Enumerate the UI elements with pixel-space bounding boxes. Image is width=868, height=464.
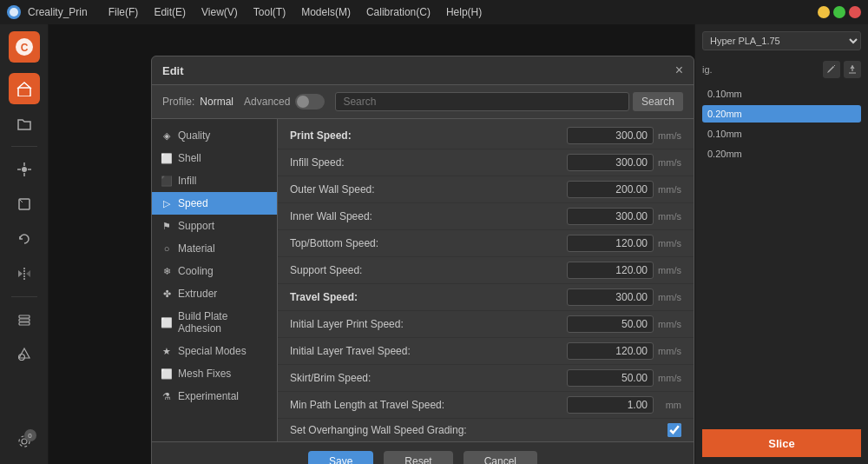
maximize-button[interactable]: □ <box>833 6 845 18</box>
setting-unit-3: mm/s <box>657 211 681 222</box>
sidebar-badge-dot: 0 <box>24 429 36 441</box>
sidebar-folder-btn[interactable] <box>9 108 40 139</box>
cat-label-speed: Speed <box>178 197 208 209</box>
setting-value-6: mm/s <box>567 288 681 306</box>
setting-unit-4: mm/s <box>657 238 681 249</box>
setting-input-6[interactable] <box>567 288 654 306</box>
close-button[interactable]: ✕ <box>849 6 861 18</box>
setting-unit-2: mm/s <box>657 184 681 195</box>
category-item-speed[interactable]: ▷Speed <box>152 192 277 215</box>
cat-label-shell: Shell <box>178 152 201 164</box>
sidebar-layers-btn[interactable] <box>9 304 40 335</box>
layer-item-2[interactable]: 0.10mm <box>702 125 861 143</box>
setting-row-4: Top/Bottom Speed:mm/s <box>278 230 694 257</box>
sidebar-shapes-btn[interactable] <box>9 339 40 370</box>
search-row: Search <box>335 92 683 111</box>
setting-input-2[interactable] <box>567 181 654 198</box>
app-body: C 0 <box>0 24 868 464</box>
sidebar-scale-btn[interactable] <box>9 189 40 220</box>
setting-input-10[interactable] <box>567 396 654 414</box>
category-item-special[interactable]: ★Special Modes <box>152 340 277 362</box>
save-button[interactable]: Save <box>308 451 373 464</box>
sidebar: C 0 <box>0 24 49 464</box>
sidebar-move-btn[interactable] <box>9 154 40 185</box>
setting-value-4: mm/s <box>567 235 681 252</box>
svg-point-0 <box>10 8 18 17</box>
sidebar-rotate-btn[interactable] <box>9 223 40 255</box>
setting-label-2: Outer Wall Speed: <box>290 183 567 196</box>
sidebar-mirror-btn[interactable] <box>9 258 40 289</box>
menu-models[interactable]: Models(M) <box>294 4 358 20</box>
category-item-build-plate[interactable]: ⬜Build Plate Adhesion <box>152 305 277 340</box>
settings-panel: Print Speed:mm/sInfill Speed:mm/sOuter W… <box>278 119 694 441</box>
category-item-shell[interactable]: ⬜Shell <box>152 147 277 169</box>
menu-tool[interactable]: Tool(T) <box>247 4 293 20</box>
menu-help[interactable]: Help(H) <box>439 4 489 20</box>
menu-bar: File(F) Edit(E) View(V) Tool(T) Models(M… <box>102 4 490 20</box>
sidebar-divider-2 <box>11 296 37 297</box>
menu-view[interactable]: View(V) <box>194 4 245 20</box>
setting-value-9: mm/s <box>567 369 681 387</box>
edit-icon-btn[interactable] <box>823 61 840 78</box>
modal-header: Edit × <box>152 56 694 85</box>
menu-edit[interactable]: Edit(E) <box>147 4 193 20</box>
menu-file[interactable]: File(F) <box>102 4 146 20</box>
category-list: ◈Quality⬜Shell⬛Infill▷Speed⚑Support○Mate… <box>152 119 278 441</box>
layer-item-3[interactable]: 0.20mm <box>702 145 861 162</box>
cat-icon-speed: ▷ <box>161 197 173 209</box>
svg-rect-16 <box>19 315 30 318</box>
category-item-infill[interactable]: ⬛Infill <box>152 169 277 192</box>
setting-input-8[interactable] <box>567 342 654 360</box>
filament-select[interactable]: Hyper PLA_1.75 <box>702 31 861 50</box>
category-item-experimental[interactable]: ⚗Experimental <box>152 385 277 408</box>
setting-label-3: Inner Wall Speed: <box>290 210 567 222</box>
export-icon-btn[interactable] <box>844 61 861 78</box>
category-item-cooling[interactable]: ❄Cooling <box>152 260 277 282</box>
minimize-button[interactable]: ─ <box>818 6 830 18</box>
category-item-extruder[interactable]: ✤Extruder <box>152 282 277 305</box>
setting-unit-6: mm/s <box>657 292 681 302</box>
search-input[interactable] <box>335 92 629 111</box>
setting-input-3[interactable] <box>567 208 654 225</box>
cat-icon-shell: ⬜ <box>161 152 173 164</box>
reset-button[interactable]: Reset <box>384 451 452 464</box>
setting-unit-8: mm/s <box>657 346 681 356</box>
category-item-quality[interactable]: ◈Quality <box>152 124 277 147</box>
cat-icon-special: ★ <box>161 345 173 357</box>
category-item-mesh-fixes[interactable]: ⬜Mesh Fixes <box>152 362 277 385</box>
profile-label: Profile: <box>162 96 194 108</box>
setting-input-5[interactable] <box>567 262 654 279</box>
modal-footer: Save Reset Cancel <box>152 441 694 464</box>
setting-row-0: Print Speed:mm/s <box>278 123 694 149</box>
svg-marker-13 <box>26 270 30 277</box>
svg-text:C: C <box>20 42 28 54</box>
svg-rect-14 <box>19 322 30 325</box>
slice-button[interactable]: Slice <box>702 429 861 457</box>
setting-input-9[interactable] <box>567 369 654 387</box>
profile-value: Normal <box>200 96 233 108</box>
sidebar-home-btn[interactable] <box>9 73 40 104</box>
profile-row: Profile: Normal <box>162 96 233 108</box>
setting-value-1: mm/s <box>567 154 681 171</box>
setting-unit-5: mm/s <box>657 265 681 275</box>
setting-checkbox-11[interactable] <box>667 423 681 437</box>
category-item-material[interactable]: ○Material <box>152 237 277 260</box>
setting-input-0[interactable] <box>567 127 654 144</box>
advanced-toggle: Advanced <box>244 94 325 109</box>
advanced-toggle-switch[interactable] <box>295 94 325 109</box>
sidebar-settings-btn[interactable]: 0 <box>9 426 40 457</box>
setting-row-1: Infill Speed:mm/s <box>278 149 694 176</box>
setting-input-1[interactable] <box>567 154 654 171</box>
search-button[interactable]: Search <box>633 92 683 111</box>
modal-close-button[interactable]: × <box>675 63 683 77</box>
setting-row-11: Set Overhanging Wall Speed Grading: <box>278 419 694 441</box>
setting-input-7[interactable] <box>567 315 654 333</box>
layer-item-1[interactable]: 0.20mm <box>702 105 861 123</box>
menu-calibration[interactable]: Calibration(C) <box>359 4 437 20</box>
setting-unit-0: mm/s <box>657 130 681 141</box>
category-item-support[interactable]: ⚑Support <box>152 215 277 237</box>
cancel-button[interactable]: Cancel <box>464 451 537 464</box>
cat-label-extruder: Extruder <box>178 288 217 300</box>
layer-item-0[interactable]: 0.10mm <box>702 85 861 103</box>
setting-input-4[interactable] <box>567 235 654 252</box>
